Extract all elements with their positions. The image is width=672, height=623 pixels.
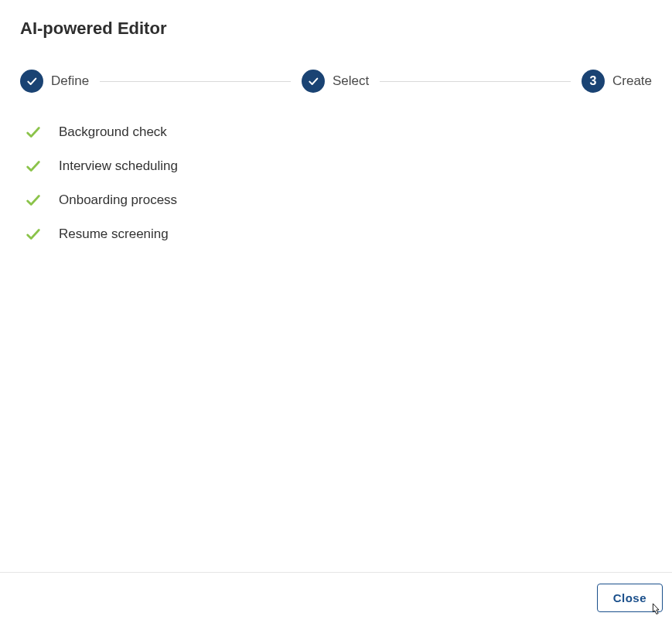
list-item: Resume screening <box>25 226 652 243</box>
item-label: Background check <box>59 124 167 140</box>
list-item: Onboarding process <box>25 192 652 209</box>
footer: Close <box>0 572 672 623</box>
check-icon <box>307 75 319 87</box>
step-circle-current: 3 <box>582 70 605 93</box>
check-icon <box>25 226 42 243</box>
step-circle-done <box>302 70 325 93</box>
item-label: Resume screening <box>59 226 169 242</box>
step-circle-done <box>20 70 43 93</box>
step-define[interactable]: Define <box>20 70 89 93</box>
list-item: Interview scheduling <box>25 158 652 175</box>
stepper: Define Select 3 Create <box>20 70 652 93</box>
step-label: Select <box>333 73 369 89</box>
step-label: Create <box>612 73 652 89</box>
step-label: Define <box>51 73 89 89</box>
list-item: Background check <box>25 124 652 141</box>
step-number: 3 <box>590 74 597 88</box>
check-icon <box>25 192 42 209</box>
step-connector <box>380 81 571 82</box>
step-create[interactable]: 3 Create <box>582 70 652 93</box>
step-connector <box>100 81 291 82</box>
close-button[interactable]: Close <box>597 584 663 612</box>
page-title: AI-powered Editor <box>20 19 652 39</box>
step-select[interactable]: Select <box>302 70 369 93</box>
item-label: Onboarding process <box>59 192 177 208</box>
check-icon <box>25 124 42 141</box>
item-label: Interview scheduling <box>59 158 178 174</box>
item-list: Background check Interview scheduling On… <box>20 124 652 243</box>
check-icon <box>25 158 42 175</box>
check-icon <box>26 75 38 87</box>
